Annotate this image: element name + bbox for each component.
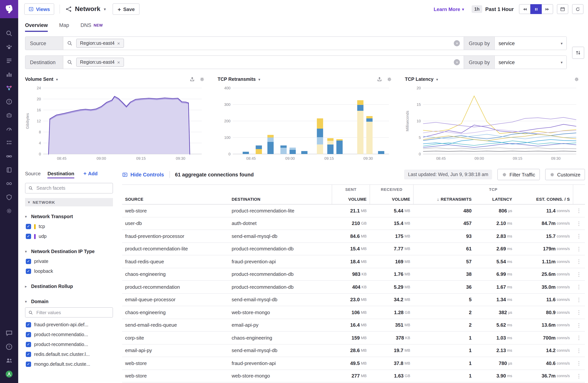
chat-icon[interactable] bbox=[2, 326, 16, 340]
rewind-button[interactable] bbox=[519, 4, 530, 14]
filter-search-area[interactable]: Region:us-east4× × bbox=[63, 37, 464, 50]
connection-row[interactable]: product-recommendation-lite product-reco… bbox=[122, 243, 585, 255]
notebooks-icon[interactable] bbox=[2, 163, 16, 177]
gear-icon[interactable] bbox=[199, 77, 205, 82]
cell-destination[interactable]: email-api-py bbox=[229, 319, 332, 331]
cell-destination[interactable]: product-recommendation-db bbox=[229, 243, 332, 255]
network-icon[interactable] bbox=[2, 81, 16, 95]
forward-button[interactable] bbox=[542, 4, 553, 14]
facet-group-header[interactable]: ▸ Destination Rollup bbox=[25, 282, 113, 291]
column-received-volume[interactable]: VOLUME bbox=[370, 194, 413, 204]
cell-destination[interactable]: fraud-prevention-api bbox=[229, 255, 332, 268]
cell-source[interactable]: email-api-py bbox=[122, 344, 229, 357]
ci-icon[interactable] bbox=[2, 177, 16, 190]
gear-icon[interactable] bbox=[574, 77, 579, 82]
cell-source[interactable]: web-store bbox=[122, 357, 229, 369]
column-destination[interactable]: DESTINATION bbox=[229, 194, 332, 204]
connection-row[interactable]: web-store fraud-prevention-api 49.5MB 37… bbox=[122, 357, 585, 370]
filter-tag[interactable]: Region:us-east4× bbox=[76, 58, 124, 67]
row-menu-button[interactable]: ⋮ bbox=[573, 255, 585, 268]
synthetics-icon[interactable] bbox=[2, 109, 16, 122]
connection-row[interactable]: email-api-py send-email-mysql-db 28.6MB … bbox=[122, 344, 585, 357]
group-by-select[interactable]: service▾ bbox=[494, 37, 567, 50]
connection-row[interactable]: send-email-redis-queue email-api-py 16.4… bbox=[122, 319, 585, 332]
cell-source[interactable]: chaos-engineering bbox=[122, 268, 229, 280]
cell-source[interactable]: web-store bbox=[122, 370, 229, 382]
tcp-latency-chart[interactable]: 0510152008:4509:0009:1509:30Milliseconds bbox=[405, 84, 579, 162]
cell-source[interactable]: web-store bbox=[122, 204, 229, 217]
refresh-button[interactable] bbox=[572, 4, 584, 14]
cell-destination[interactable]: product-recommendation-lite bbox=[229, 204, 332, 217]
cell-source[interactable]: chaos-engineering bbox=[122, 306, 229, 318]
cell-destination[interactable]: send-email-mysql-db bbox=[229, 293, 332, 306]
add-facet-button[interactable]: + Add bbox=[84, 168, 98, 178]
filter-scope-label[interactable]: Source bbox=[25, 37, 63, 50]
tab-overview[interactable]: Overview bbox=[25, 23, 48, 32]
facet-group-header[interactable]: ▾ Network Transport bbox=[25, 212, 113, 222]
user-avatar[interactable] bbox=[2, 367, 16, 381]
users-icon[interactable] bbox=[2, 354, 16, 367]
column-est-conns[interactable]: EST. CONNS. / S bbox=[515, 194, 573, 204]
column-retransmits[interactable]: ↓ RETRANSMITS bbox=[413, 194, 475, 204]
settings-icon[interactable] bbox=[2, 204, 16, 218]
swap-source-destination-button[interactable] bbox=[572, 47, 584, 59]
row-menu-button[interactable]: ⋮ bbox=[573, 204, 585, 217]
connection-row[interactable]: user-db auth-dotnet 210GB 15.4MB 457 2.1… bbox=[122, 217, 585, 230]
logs-icon[interactable] bbox=[2, 54, 16, 68]
tab-map[interactable]: Map bbox=[59, 23, 69, 32]
facet-checkbox-item[interactable]: ✓ mongo.default.svc.cluste... bbox=[25, 359, 113, 369]
cell-destination[interactable]: chaos-engineering bbox=[229, 332, 332, 344]
cell-source[interactable]: send-email-redis-queue bbox=[122, 319, 229, 331]
facet-checkbox-item[interactable]: ✓ udp bbox=[25, 231, 113, 241]
row-menu-button[interactable]: ⋮ bbox=[573, 243, 585, 255]
processes-icon[interactable] bbox=[2, 136, 16, 150]
pause-button[interactable] bbox=[530, 4, 542, 14]
cell-destination[interactable]: auth-dotnet bbox=[229, 217, 332, 229]
tcp-retransmits-chart[interactable]: 010020030040008:4509:0009:1509:30 bbox=[218, 84, 392, 162]
row-menu-button[interactable]: ⋮ bbox=[573, 319, 585, 331]
security-icon[interactable] bbox=[2, 190, 16, 204]
facet-checkbox-item[interactable]: ✓ private bbox=[25, 256, 113, 266]
column-latency[interactable]: LATENCY bbox=[475, 194, 515, 204]
cell-destination[interactable]: fraud-prevention-api bbox=[229, 357, 332, 369]
connection-row[interactable]: chaos-engineering product-recommendation… bbox=[122, 268, 585, 281]
connection-row[interactable]: web-store product-recommendation-lite 21… bbox=[122, 204, 585, 217]
row-menu-button[interactable]: ⋮ bbox=[573, 230, 585, 242]
views-button[interactable]: Views bbox=[24, 3, 54, 15]
filter-tag[interactable]: Region:us-east4× bbox=[76, 39, 124, 48]
time-range-label[interactable]: Past 1 Hour bbox=[485, 6, 514, 12]
calendar-button[interactable] bbox=[557, 4, 568, 14]
remove-tag-icon[interactable]: × bbox=[117, 40, 120, 46]
facet-group-header[interactable]: ▾ Domain bbox=[25, 297, 113, 307]
help-icon[interactable]: ? bbox=[2, 340, 16, 354]
row-menu-button[interactable]: ⋮ bbox=[573, 293, 585, 306]
connection-row[interactable]: fraud-redis-queue fraud-prevention-api 1… bbox=[122, 255, 585, 268]
facet-tab-destination[interactable]: Destination bbox=[47, 168, 74, 178]
volume-sent-chart[interactable]: 0481216202408:4509:0009:1509:30Gibibytes bbox=[25, 84, 205, 162]
facet-checkbox-item[interactable]: ✓ redis.default.svc.cluster.l... bbox=[25, 349, 113, 359]
apm-icon[interactable] bbox=[2, 122, 16, 136]
row-menu-button[interactable]: ⋮ bbox=[573, 357, 585, 369]
row-menu-button[interactable]: ⋮ bbox=[573, 217, 585, 229]
gear-icon[interactable] bbox=[387, 77, 392, 82]
facet-checkbox-item[interactable]: ✓ product-recommendatio... bbox=[25, 339, 113, 349]
watchdog-icon[interactable] bbox=[2, 40, 16, 54]
export-icon[interactable] bbox=[189, 77, 195, 82]
cell-destination[interactable]: send-email-mysql-db bbox=[229, 344, 332, 357]
learn-more-dropdown[interactable]: Learn More ▾ bbox=[434, 6, 464, 12]
metrics-icon[interactable] bbox=[2, 68, 16, 81]
cell-destination[interactable]: web-store-mongo bbox=[229, 306, 332, 318]
cell-destination[interactable]: web-store-mongo bbox=[229, 370, 332, 382]
group-by-select[interactable]: service▾ bbox=[494, 56, 567, 69]
column-source[interactable]: SOURCE bbox=[122, 194, 229, 204]
monitors-icon[interactable] bbox=[2, 95, 16, 109]
cell-source[interactable]: fraud-redis-queue bbox=[122, 255, 229, 268]
connection-row[interactable]: web-store web-store-mongo 277MB 1.63GB 1… bbox=[122, 370, 585, 383]
filter-traffic-button[interactable]: Filter Traffic bbox=[497, 169, 540, 180]
customize-button[interactable]: Customize bbox=[545, 169, 585, 180]
chevron-down-icon[interactable]: ▾ bbox=[56, 77, 58, 81]
connection-row[interactable]: product-recommendation product-recommend… bbox=[122, 281, 585, 293]
title-dropdown-caret-icon[interactable]: ▾ bbox=[104, 7, 106, 12]
cell-source[interactable]: corp-site bbox=[122, 332, 229, 344]
cell-source[interactable]: product-recommendation bbox=[122, 281, 229, 293]
